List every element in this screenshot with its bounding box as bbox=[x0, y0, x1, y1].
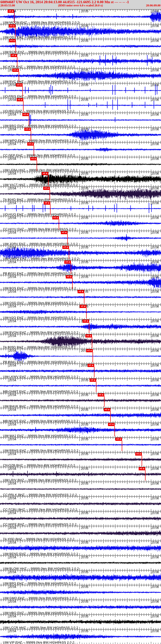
pick-line[interactable] bbox=[93, 352, 93, 362]
trace-row: 20:0420:0520:06UW YACT HHZ -- 99999.0km … bbox=[0, 172, 161, 186]
minute-label: 20:04 bbox=[9, 408, 16, 411]
pick-line[interactable] bbox=[142, 455, 142, 466]
pick-marker[interactable]: ×T 4 bbox=[10, 54, 17, 57]
scale-note: (RMS noise over 6.0 s scaled 20.0 x) bbox=[0, 4, 161, 8]
minute-label: 20:05 bbox=[81, 276, 88, 278]
pick-line[interactable] bbox=[71, 264, 71, 274]
minute-label: 20:05 bbox=[81, 512, 88, 514]
trace-row: 20:0420:0520:06UO FRIS EHZ -- 99999.0km … bbox=[0, 83, 161, 98]
pick-line[interactable] bbox=[23, 101, 23, 112]
minute-label: 20:06 bbox=[152, 158, 159, 160]
pick-marker[interactable]: ×T 4 bbox=[43, 187, 50, 190]
pick-marker[interactable]: ×T 4 bbox=[88, 364, 94, 367]
pick-marker[interactable]: ×T 4 bbox=[16, 84, 22, 86]
pick-marker[interactable]: ×T 4 bbox=[44, 202, 50, 205]
pick-marker[interactable]: ×T 4 bbox=[104, 408, 110, 411]
minute-label: 20:05 bbox=[81, 128, 88, 131]
minute-label: 20:06 bbox=[152, 98, 159, 101]
pick-line[interactable] bbox=[104, 396, 105, 407]
station-label: UW VIP EHZ -- 99999.0km BW HIGHPASS 2.0 … bbox=[3, 640, 74, 644]
pick-marker[interactable]: ×T 4 bbox=[22, 113, 29, 116]
trace-row: 20:0420:0520:06UW BLOW HHZ -- 99999.0km … bbox=[0, 556, 161, 570]
pick-line[interactable] bbox=[84, 293, 84, 304]
pick-marker[interactable]: ×T 4 bbox=[78, 290, 84, 293]
pick-marker[interactable]: ×T 4 bbox=[61, 231, 67, 234]
minute-label: 20:06 bbox=[152, 24, 159, 28]
minute-label: 20:06 bbox=[152, 482, 159, 485]
pick-line[interactable] bbox=[69, 249, 69, 259]
pick-marker[interactable]: ×T 4 bbox=[139, 467, 145, 470]
pick-marker[interactable]: ×T 4 bbox=[12, 69, 19, 72]
station-label: UW OSD EHZ -- 99999.0km BW HIGHPASS 2.0 … bbox=[3, 301, 76, 305]
minute-label: 20:06 bbox=[152, 468, 159, 470]
pick-marker[interactable]: ×T 4 bbox=[9, 39, 16, 42]
pick-marker[interactable]: ×T 4 bbox=[27, 142, 34, 146]
minute-label: 20:06 bbox=[152, 600, 159, 603]
pick-line[interactable] bbox=[37, 160, 37, 171]
pick-line[interactable] bbox=[67, 234, 68, 244]
pick-marker[interactable]: ×T 4 bbox=[85, 334, 92, 338]
trace-row: 20:0420:0520:06TA B04D BHZ -- 99999.0km … bbox=[0, 186, 161, 201]
pick-line[interactable] bbox=[29, 116, 29, 126]
minute-label: 20:04 bbox=[9, 349, 16, 352]
pick-line[interactable] bbox=[22, 86, 23, 97]
minute-label: 20:04 bbox=[9, 438, 16, 441]
pick-line[interactable] bbox=[145, 470, 146, 481]
pick-line[interactable] bbox=[72, 278, 73, 289]
pick-marker[interactable]: ×T 4 bbox=[9, 24, 15, 28]
pick-line[interactable] bbox=[114, 426, 115, 436]
minute-label: 20:06 bbox=[152, 69, 159, 72]
pick-marker[interactable]: ×T 4 bbox=[82, 320, 89, 323]
station-label: UW WA2 EHZ -- 99999.0km BW HIGHPASS 2.0 … bbox=[3, 434, 76, 438]
pick-marker[interactable]: ×T 4 bbox=[42, 172, 48, 175]
pick-line[interactable] bbox=[50, 190, 50, 200]
minute-label: 20:04 bbox=[9, 452, 16, 456]
pick-line[interactable] bbox=[94, 367, 95, 377]
pick-line[interactable] bbox=[48, 175, 49, 186]
pick-line[interactable] bbox=[19, 72, 19, 82]
pick-marker[interactable]: ×T 4 bbox=[17, 98, 23, 101]
pick-line[interactable] bbox=[34, 146, 34, 156]
pick-line[interactable] bbox=[17, 57, 17, 68]
pick-marker[interactable]: ×T 4 bbox=[86, 349, 93, 352]
trace-row: 20:0420:0520:06CC TCBU BHZ -- 99999.0km … bbox=[0, 496, 161, 511]
pick-marker[interactable]: ×T 4 bbox=[66, 275, 72, 278]
pick-line[interactable] bbox=[86, 308, 87, 318]
pick-line[interactable] bbox=[31, 130, 31, 141]
pick-marker[interactable]: ×T 4 bbox=[52, 216, 59, 220]
minute-label: 20:06 bbox=[152, 541, 159, 544]
minute-label: 20:06 bbox=[152, 349, 159, 352]
pick-marker[interactable]: ×T 4 bbox=[30, 157, 37, 160]
pick-marker[interactable]: ×T 4 bbox=[7, 10, 14, 13]
minute-label: 20:06 bbox=[152, 113, 159, 116]
station-label: UW GMO EHZ -- 99999.0km BW HIGHPASS 2.0 … bbox=[3, 596, 77, 600]
pick-marker[interactable]: ×T 4 bbox=[90, 378, 96, 382]
trace-row: 20:0420:0520:06UW OD2 EHZ -- 99999.0km B… bbox=[0, 24, 161, 39]
minute-label: 20:05 bbox=[81, 24, 88, 28]
trace-row: 20:0420:0520:06UW LKWV EHZ -- 99999.0km … bbox=[0, 364, 161, 378]
station-label: CC SEP EHZ -- 99999.0km BW HIGHPASS 2.0 … bbox=[3, 154, 75, 157]
pick-marker[interactable]: ×T 4 bbox=[98, 393, 104, 396]
pick-line[interactable] bbox=[89, 322, 89, 333]
minute-label: 20:04 bbox=[9, 290, 16, 293]
pick-line[interactable] bbox=[14, 12, 14, 23]
pick-line[interactable] bbox=[96, 382, 96, 392]
pick-marker[interactable]: ×T 4 bbox=[62, 246, 69, 249]
minute-label: 20:04 bbox=[9, 364, 16, 367]
station-label: TA B04D BHZ -- 99999.0km BW HIGHPASS 2.0… bbox=[3, 198, 76, 202]
pick-line[interactable] bbox=[50, 204, 51, 215]
station-label: CC TCBU BHZ -- 99999.0km BW HIGHPASS 2.0… bbox=[3, 508, 77, 512]
pick-line[interactable] bbox=[122, 440, 122, 451]
pick-marker[interactable]: ×T 4 bbox=[108, 423, 115, 426]
pick-marker[interactable]: ×T 4 bbox=[64, 260, 71, 264]
pick-line[interactable] bbox=[15, 27, 16, 38]
pick-marker[interactable]: ×T 4 bbox=[80, 305, 86, 308]
pick-line[interactable] bbox=[15, 42, 16, 53]
pick-marker[interactable]: ×T 4 bbox=[135, 452, 142, 456]
pick-marker[interactable]: ×T 4 bbox=[115, 438, 122, 441]
pick-line[interactable] bbox=[92, 337, 92, 348]
pick-marker[interactable]: ×T 4 bbox=[24, 128, 31, 131]
trace-row: 20:0420:0520:06MB GHMT EHZ -- 99999.0km … bbox=[0, 378, 161, 393]
pick-line[interactable] bbox=[59, 219, 59, 230]
pick-line[interactable] bbox=[110, 411, 111, 422]
